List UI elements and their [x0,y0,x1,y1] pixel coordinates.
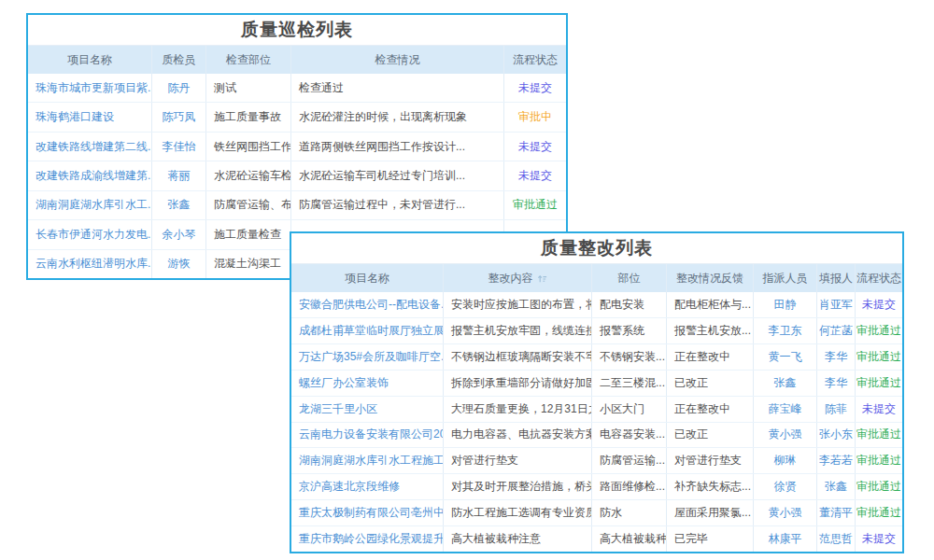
rectify-content: 安装时应按施工图的布置，将... [444,292,592,317]
status-badge: 审批通过 [856,423,902,448]
rectify-feedback: 已改正 [667,371,754,396]
project-name-link[interactable]: 珠海市城市更新项目紫... [28,74,152,102]
inspection-table-header-row: 项目名称质检员检查部位检查情况流程状态 [28,46,566,74]
col-header-part: 部位 [592,264,667,292]
inspector-name: 张鑫 [152,191,206,219]
table-row: 改建铁路线增建第二线...李佳怡铁丝网围挡工作检查道路两侧铁丝网围挡工作按设计.… [28,132,566,161]
table-row: 万达广场35#会所及咖啡厅空...不锈钢边框玻璃隔断安装不牢...不锈钢安装..… [291,343,902,370]
rectification-table-title: 质量整改列表 [291,233,902,264]
rectify-part: 路面维修检... [592,474,667,499]
project-name-link[interactable]: 湖南洞庭湖水库引水工程施工标 [291,448,444,473]
reporter-name: 张小东 [817,423,856,448]
col-header-check-part: 检查部位 [206,46,291,74]
rectify-part: 配电安装 [592,292,667,317]
project-name-link[interactable]: 万达广场35#会所及咖啡厅空... [291,344,444,370]
inspector-name: 陈巧凤 [152,103,206,131]
check-situation: 道路两侧铁丝网围挡工作按设计... [291,133,504,161]
reporter-name: 何芷菡 [817,318,856,343]
check-part: 防腐管运输、布管 [206,191,291,219]
rectify-content: 对其及时开展整治措施，桥头... [444,474,592,499]
rectify-part: 不锈钢安装... [592,344,667,370]
project-name-link[interactable]: 重庆市鹅岭公园绿化景观提升... [291,526,444,552]
column-header-label: 整改情况反馈 [676,271,743,287]
col-header-reporter: 填报人 [817,264,856,292]
project-name-link[interactable]: 安徽合肥供电公司--配电设备... [291,292,444,317]
assignee-name: 林康平 [754,526,817,552]
status-badge: 未提交 [504,74,566,102]
rectification-table-header-row: 项目名称整改内容部位整改情况反馈指派人员填报人流程状态 [291,264,902,292]
rectify-content: 高大植被栽种注意 [444,526,592,552]
project-name-link[interactable]: 改建铁路线增建第二线... [28,133,152,161]
status-badge: 审批通过 [856,318,902,343]
assignee-name: 徐贤 [754,474,817,499]
rectify-feedback: 报警主机安放... [667,318,754,343]
table-row: 成都杜甫草堂临时展厅独立展...报警主机安放牢固，线缆连接...报警系统报警主机… [291,317,902,343]
reporter-name: 肖亚军 [817,292,856,317]
check-part: 混凝土沟渠工 [206,250,291,278]
table-row: 珠海鹤港口建设陈巧凤施工质量事故水泥砼灌注的时候，出现离析现象审批中 [28,102,566,131]
rectify-part: 小区大门 [592,397,667,422]
project-name-link[interactable]: 龙湖三千里小区 [291,397,444,422]
assignee-name: 张鑫 [754,371,817,396]
column-header-label: 整改内容 [488,271,533,287]
col-header-check-situation: 检查情况 [291,46,504,74]
rectify-part: 电容器安装... [592,423,667,448]
table-row: 云南电力设备安装有限公司20...电力电容器、电抗器安装方案...电容器安装..… [291,422,902,448]
rectify-content: 防水工程施工选调有专业资质... [444,500,592,525]
project-name-link[interactable]: 京沪高速北京段维修 [291,474,444,499]
rectify-content: 拆除到承重墙部分请做好加固... [444,371,592,396]
assignee-name: 柳琳 [754,448,817,473]
project-name-link[interactable]: 云南电力设备安装有限公司20... [291,423,444,448]
status-badge: 审批通过 [856,448,902,473]
table-row: 湖南洞庭湖水库引水工程施工标对管进行垫支防腐管运输...对管进行垫支柳琳李若若审… [291,447,902,473]
project-name-link[interactable]: 云南水利枢纽潜明水库... [28,250,152,278]
project-name-link[interactable]: 螺丝厂办公室装饰 [291,371,444,396]
reporter-name: 董清平 [817,500,856,525]
column-header-label: 质检员 [163,52,196,68]
reporter-name: 陈菲 [817,397,856,422]
col-header-assignee: 指派人员 [754,264,817,292]
table-row: 重庆太极制药有限公司亳州中...防水工程施工选调有专业资质...防水屋面采用聚氯… [291,499,902,525]
col-header-inspector: 质检员 [152,46,206,74]
rectify-feedback: 屋面采用聚氯... [667,500,754,525]
project-name-link[interactable]: 湖南洞庭湖水库引水工... [28,191,152,219]
rectify-part: 报警系统 [592,318,667,343]
rectify-feedback: 正在整改中 [667,344,754,370]
rectify-content: 对管进行垫支 [444,448,592,473]
column-header-label: 填报人 [819,271,853,287]
table-row: 重庆市鹅岭公园绿化景观提升...高大植被栽种注意高大植被栽种已完毕林康平范思哲未… [291,525,902,552]
col-header-rectify-content[interactable]: 整改内容 [444,264,592,292]
rectify-feedback: 已改正 [667,423,754,448]
inspector-name: 李佳怡 [152,133,206,161]
reporter-name: 李华 [817,344,856,370]
rectify-feedback: 配电柜柜体与... [667,292,754,317]
status-badge: 审批通过 [856,474,902,499]
status-badge: 审批通过 [856,344,902,370]
rectify-content: 不锈钢边框玻璃隔断安装不牢... [444,344,592,370]
check-part: 测试 [206,74,291,102]
check-situation: 检查通过 [291,74,504,102]
column-header-label: 项目名称 [67,52,112,68]
col-header-project-name: 项目名称 [291,264,444,292]
rectify-part: 防腐管运输... [592,448,667,473]
check-situation: 水泥砼运输车司机经过专门培训... [291,161,504,189]
column-header-label: 项目名称 [345,271,389,287]
inspector-name: 陈丹 [152,74,206,102]
status-badge: 未提交 [856,526,902,552]
project-name-link[interactable]: 成都杜甫草堂临时展厅独立展... [291,318,444,343]
project-name-link[interactable]: 重庆太极制药有限公司亳州中... [291,500,444,525]
status-badge: 未提交 [504,161,566,189]
table-row: 湖南洞庭湖水库引水工...张鑫防腐管运输、布管防腐管运输过程中，未对管进行...… [28,190,566,219]
project-name-link[interactable]: 珠海鹤港口建设 [28,103,152,131]
col-header-flow-status: 流程状态 [504,46,566,74]
column-header-label: 部位 [618,271,641,287]
project-name-link[interactable]: 改建铁路成渝线增建第... [28,161,152,189]
column-header-label: 检查情况 [375,52,420,68]
status-badge: 未提交 [856,292,902,317]
status-badge: 未提交 [504,133,566,161]
table-row: 安徽合肥供电公司--配电设备...安装时应按施工图的布置，将...配电安装配电柜… [291,292,902,317]
status-badge: 审批通过 [856,500,902,525]
column-header-label: 流程状态 [856,271,901,287]
project-name-link[interactable]: 长春市伊通河水力发电... [28,220,152,248]
check-situation: 防腐管运输过程中，未对管进行... [291,191,504,219]
